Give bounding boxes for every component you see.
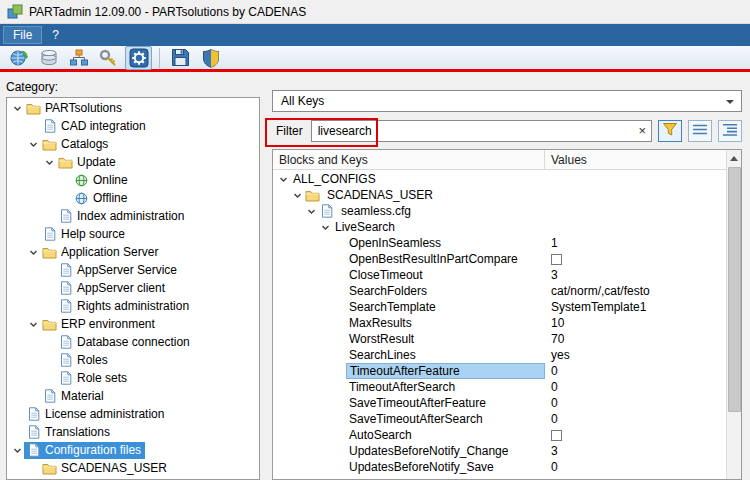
doc-icon <box>57 299 74 314</box>
category-item-erp-environment[interactable]: ERP environment <box>7 315 259 333</box>
category-item-license-administration[interactable]: License administration <box>7 405 259 423</box>
key-row-updatesbeforenotify-change[interactable]: UpdatesBeforeNotify_Change3 <box>273 443 726 459</box>
value-cell[interactable]: 10 <box>545 316 726 330</box>
category-item-appserver-service[interactable]: AppServer Service <box>7 261 259 279</box>
key-row-scadenas-user[interactable]: SCADENAS_USER <box>273 187 726 203</box>
category-item-update[interactable]: Update <box>7 153 259 171</box>
key-row-savetimeoutaftersearch[interactable]: SaveTimeoutAfterSearch0 <box>273 411 726 427</box>
checkbox-unchecked-icon[interactable] <box>551 430 562 441</box>
menu-help[interactable]: ? <box>42 26 69 44</box>
key-label: LiveSearch <box>332 219 398 235</box>
value-cell[interactable]: 0 <box>545 460 726 474</box>
online-index-button[interactable] <box>5 46 32 70</box>
category-item-label: PARTsolutions <box>45 101 122 115</box>
key-row-livesearch[interactable]: LiveSearch <box>273 219 726 235</box>
category-item-application-server[interactable]: Application Server <box>7 243 259 261</box>
clear-filter-icon[interactable]: × <box>638 123 646 139</box>
chevron-spacer <box>59 192 72 205</box>
key-row-searchlines[interactable]: SearchLinesyes <box>273 347 726 363</box>
filter-options-button[interactable] <box>658 120 682 142</box>
value-cell[interactable] <box>545 430 726 441</box>
expand-chevron-icon[interactable] <box>43 156 56 169</box>
key-row-timeoutaftersearch[interactable]: TimeoutAfterSearch0 <box>273 379 726 395</box>
value-cell[interactable]: 0 <box>545 364 726 378</box>
category-item-rights-administration[interactable]: Rights administration <box>7 297 259 315</box>
chevron-spacer <box>43 336 56 349</box>
expand-chevron-icon[interactable] <box>11 102 24 115</box>
configuration-button[interactable] <box>125 46 152 70</box>
category-item-material[interactable]: Material <box>7 387 259 405</box>
category-item-scadenas-user[interactable]: SCADENAS_USER <box>7 459 259 477</box>
key-row-autosearch[interactable]: AutoSearch <box>273 427 726 443</box>
expand-chevron-icon[interactable] <box>27 246 40 259</box>
value-cell[interactable]: cat/norm/,cat/festo <box>545 284 726 298</box>
blocks-cell: LiveSearch <box>273 219 545 235</box>
key-row-searchtemplate[interactable]: SearchTemplateSystemTemplate1 <box>273 299 726 315</box>
category-item-catalogs[interactable]: Catalogs <box>7 135 259 153</box>
category-item-roles[interactable]: Roles <box>7 351 259 369</box>
toolbar-separator <box>159 48 160 68</box>
category-item-partsolutions[interactable]: PARTsolutions <box>7 99 259 117</box>
folder-icon <box>41 137 58 152</box>
key-row-openbestresultinpartcompare[interactable]: OpenBestResultInPartCompare <box>273 251 726 267</box>
column-header-blocks-and-keys[interactable]: Blocks and Keys <box>273 150 545 169</box>
category-item-cad-integration[interactable]: CAD integration <box>7 117 259 135</box>
value-cell[interactable]: 3 <box>545 268 726 282</box>
key-row-updatesbeforenotify-save[interactable]: UpdatesBeforeNotify_Save0 <box>273 459 726 475</box>
category-item-online[interactable]: Online <box>7 171 259 189</box>
value-cell[interactable]: 0 <box>545 396 726 410</box>
expand-chevron-icon[interactable] <box>291 189 304 202</box>
category-item-role-sets[interactable]: Role sets <box>7 369 259 387</box>
scrollbar-thumb[interactable] <box>728 167 741 412</box>
key-row-maxresults[interactable]: MaxResults10 <box>273 315 726 331</box>
vertical-scrollbar[interactable] <box>726 150 741 479</box>
classification-button[interactable] <box>65 46 92 70</box>
key-row-savetimeoutafterfeature[interactable]: SaveTimeoutAfterFeature0 <box>273 395 726 411</box>
category-item-configuration-files[interactable]: Configuration files <box>7 441 259 459</box>
category-item-translations[interactable]: Translations <box>7 423 259 441</box>
category-item-index-administration[interactable]: Index administration <box>7 207 259 225</box>
category-item-database-connection[interactable]: Database connection <box>7 333 259 351</box>
key-row-seamless-cfg[interactable]: seamless.cfg <box>273 203 726 219</box>
chevron-spacer <box>333 269 346 282</box>
key-row-all-configs[interactable]: ALL_CONFIGS <box>273 171 726 187</box>
key-row-searchfolders[interactable]: SearchFolderscat/norm/,cat/festo <box>273 283 726 299</box>
filter-input[interactable] <box>311 120 652 142</box>
expand-chevron-icon[interactable] <box>277 173 290 186</box>
category-item-label: License administration <box>45 407 164 421</box>
key-row-timeoutafterfeature[interactable]: TimeoutAfterFeature0 <box>273 363 726 379</box>
expand-chevron-icon[interactable] <box>27 318 40 331</box>
value-cell[interactable]: 0 <box>545 380 726 394</box>
value-cell[interactable]: 1 <box>545 236 726 250</box>
category-item-offline[interactable]: Offline <box>7 189 259 207</box>
catalogs-button[interactable] <box>35 46 62 70</box>
list-view-button[interactable] <box>688 120 712 142</box>
expand-chevron-icon[interactable] <box>305 205 318 218</box>
value-cell[interactable] <box>545 254 726 265</box>
key-row-openinseamless[interactable]: OpenInSeamless1 <box>273 235 726 251</box>
column-header-values[interactable]: Values <box>545 150 726 169</box>
value-cell[interactable]: yes <box>545 348 726 362</box>
expand-chevron-icon[interactable] <box>319 221 332 234</box>
value-cell[interactable]: 70 <box>545 332 726 346</box>
category-item-content: Role sets <box>56 370 131 387</box>
hierarchy-view-button[interactable] <box>718 120 742 142</box>
scroll-up-icon[interactable] <box>727 150 742 166</box>
chevron-spacer <box>333 445 346 458</box>
category-item-appserver-client[interactable]: AppServer client <box>7 279 259 297</box>
save-button[interactable] <box>167 46 194 70</box>
keys-scope-dropdown[interactable]: All Keys <box>272 90 742 112</box>
key-row-closetimeout[interactable]: CloseTimeout3 <box>273 267 726 283</box>
key-row-worstresult[interactable]: WorstResult70 <box>273 331 726 347</box>
category-item-help-source[interactable]: Help source <box>7 225 259 243</box>
expand-chevron-icon[interactable] <box>27 138 40 151</box>
checkbox-unchecked-icon[interactable] <box>551 254 562 265</box>
license-button[interactable] <box>95 46 122 70</box>
category-item-content: License administration <box>24 406 168 423</box>
expand-chevron-icon[interactable] <box>11 444 24 457</box>
value-cell[interactable]: 3 <box>545 444 726 458</box>
menu-file[interactable]: File <box>3 26 42 44</box>
value-cell[interactable]: SystemTemplate1 <box>545 300 726 314</box>
value-cell[interactable]: 0 <box>545 412 726 426</box>
rights-button[interactable] <box>197 46 224 70</box>
